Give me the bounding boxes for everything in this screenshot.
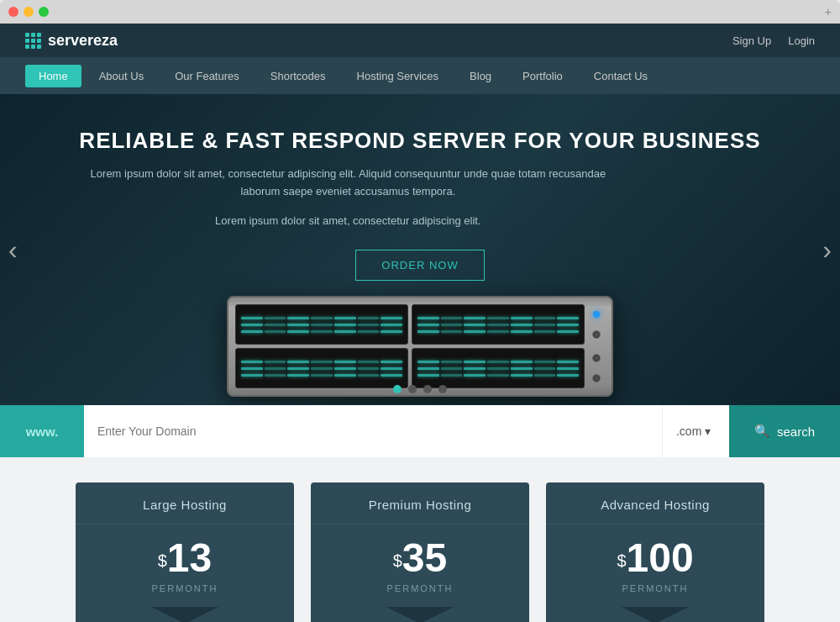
carousel-dot-2[interactable] [408, 385, 417, 393]
server-row-top [235, 304, 605, 345]
server-screw-2 [592, 354, 601, 362]
search-icon: 🔍 [754, 424, 770, 439]
carousel-next-button[interactable]: › [822, 236, 832, 263]
window-expand-icon[interactable]: + [825, 5, 832, 18]
nav-bar: Home About Us Our Features Shortcodes Ho… [0, 57, 840, 94]
logo-text: servereza [48, 32, 118, 50]
domain-extension-selector[interactable]: .com ▾ [662, 405, 729, 457]
nav-contact[interactable]: Contact Us [580, 65, 661, 87]
server-row-bottom [235, 348, 605, 388]
logo-icon [25, 33, 41, 49]
plan-currency-large: $ [158, 551, 167, 570]
server-drive-4 [412, 348, 585, 388]
hosting-plans-section: Large Hosting $13 PERMONTH Premium Hosti… [0, 457, 840, 622]
server-screw-1 [592, 330, 601, 339]
browser-content: servereza Sign Up Login Home About Us Ou… [0, 24, 840, 622]
plan-name-large: Large Hosting [76, 482, 294, 524]
domain-ext-label: .com [676, 424, 701, 438]
plan-chevron-advanced [546, 607, 764, 622]
carousel-dot-1[interactable] [393, 385, 402, 393]
plan-chevron-large [76, 607, 294, 622]
server-drive-3 [235, 348, 408, 388]
order-now-button[interactable]: ORDER NOW [355, 250, 484, 281]
plan-card-large: Large Hosting $13 PERMONTH [76, 482, 294, 622]
plan-name-premium: Premium Hosting [311, 482, 529, 524]
logo: servereza [25, 32, 118, 50]
nav-blog[interactable]: Blog [456, 65, 505, 87]
server-drive-1 [235, 304, 408, 345]
plan-chevron-premium [311, 607, 529, 622]
window-chrome: + [0, 0, 840, 24]
domain-input-wrapper [84, 405, 662, 457]
plan-currency-advanced: $ [617, 551, 626, 570]
login-link[interactable]: Login [788, 34, 815, 47]
plan-card-premium: Premium Hosting $35 PERMONTH [311, 482, 529, 622]
carousel-dot-4[interactable] [438, 385, 447, 393]
domain-search-bar: www. .com ▾ 🔍 search [0, 405, 840, 457]
plan-amount-premium: 35 [402, 535, 447, 580]
domain-search-button[interactable]: 🔍 search [729, 405, 840, 457]
nav-features[interactable]: Our Features [161, 65, 253, 87]
plan-currency-premium: $ [393, 551, 402, 570]
carousel-prev-button[interactable]: ‹ [8, 236, 18, 263]
plan-amount-advanced: 100 [627, 535, 694, 580]
nav-home[interactable]: Home [25, 65, 81, 87]
chevron-down-icon: ▾ [705, 424, 711, 438]
status-led-blue [593, 311, 600, 318]
search-button-label: search [777, 424, 815, 439]
carousel-dot-3[interactable] [423, 385, 432, 393]
server-image [227, 296, 613, 397]
nav-shortcodes[interactable]: Shortcodes [257, 65, 339, 87]
server-panel-right-bottom [588, 348, 605, 388]
server-drive-2 [412, 304, 585, 345]
hero-subtitle-2: Lorem ipsum dolor sit amet, consectetur … [79, 213, 617, 230]
top-bar-links: Sign Up Login [732, 34, 815, 47]
signup-link[interactable]: Sign Up [732, 34, 771, 47]
nav-about[interactable]: About Us [86, 65, 157, 87]
nav-hosting-services[interactable]: Hosting Services [344, 65, 453, 87]
server-screw-3 [592, 374, 601, 382]
plan-amount-large: 13 [167, 535, 212, 580]
plan-name-advanced: Advanced Hosting [546, 482, 764, 524]
domain-www-label: www. [0, 405, 84, 457]
plan-price-large: $13 [76, 524, 294, 583]
hero-section: ‹ › RELIABLE & FAST RESPOND SERVER FOR Y… [0, 94, 840, 405]
close-button[interactable] [8, 7, 18, 17]
plan-price-premium: $35 [311, 524, 529, 583]
plan-period-advanced: PERMONTH [546, 583, 764, 607]
nav-portfolio[interactable]: Portfolio [509, 65, 576, 87]
plan-price-advanced: $100 [546, 524, 764, 583]
top-bar: servereza Sign Up Login [0, 24, 840, 57]
maximize-button[interactable] [39, 7, 49, 17]
minimize-button[interactable] [24, 7, 34, 17]
server-panel-right-top [588, 304, 605, 345]
carousel-dots [393, 385, 447, 393]
plan-period-premium: PERMONTH [311, 583, 529, 607]
domain-input[interactable] [97, 424, 648, 438]
server-unit [227, 296, 613, 397]
hero-content: RELIABLE & FAST RESPOND SERVER FOR YOUR … [79, 128, 760, 281]
hero-title: RELIABLE & FAST RESPOND SERVER FOR YOUR … [79, 128, 760, 154]
plan-period-large: PERMONTH [76, 583, 294, 607]
hero-subtitle-1: Lorem ipsum dolor sit amet, consectetur … [79, 166, 617, 201]
plan-card-advanced: Advanced Hosting $100 PERMONTH [546, 482, 764, 622]
